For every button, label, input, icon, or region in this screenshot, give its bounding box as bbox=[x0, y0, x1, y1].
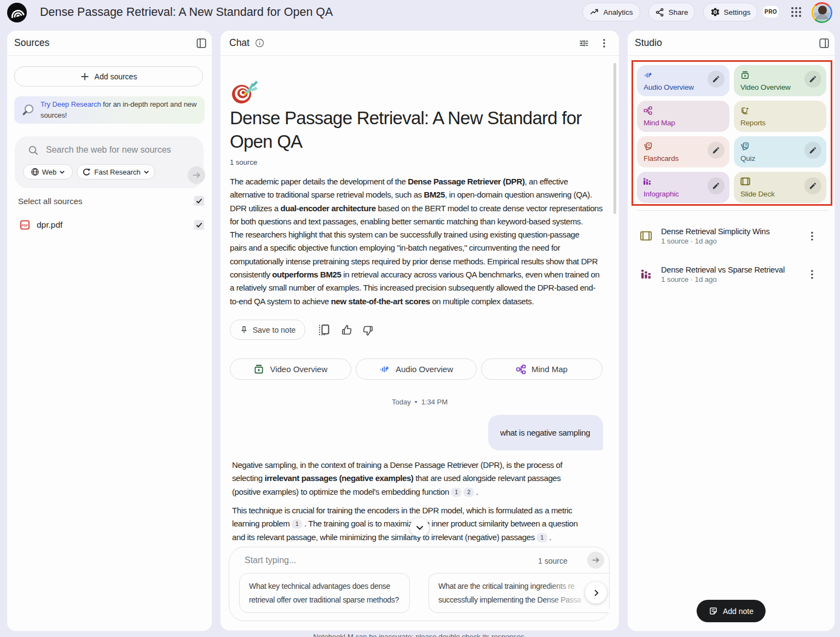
svg-text:PDF: PDF bbox=[22, 224, 28, 227]
svg-text:?: ? bbox=[745, 143, 747, 148]
